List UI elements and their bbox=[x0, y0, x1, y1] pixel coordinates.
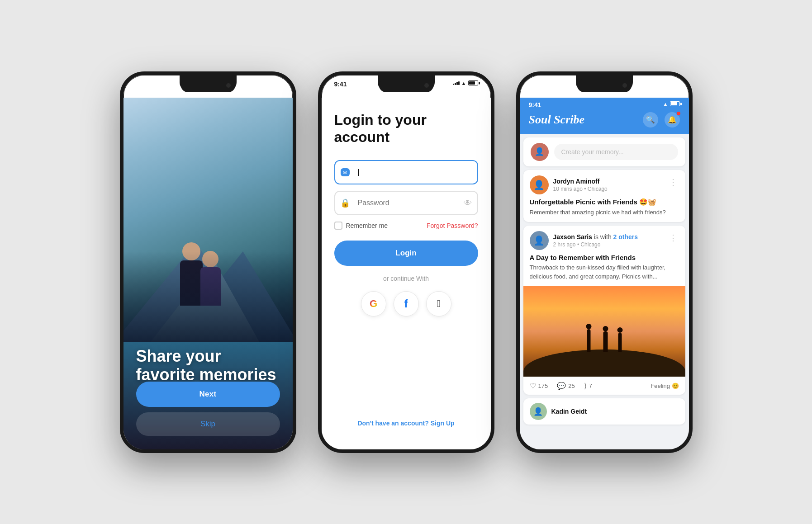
post-1-excerpt: Remember that amazing picnic we had with… bbox=[523, 208, 685, 222]
people-scene bbox=[123, 170, 293, 306]
post-3-avatar: 👤 bbox=[530, 403, 547, 420]
bell-icon: 🔔 bbox=[668, 115, 677, 124]
phone2-content: Login to your account ✉ 🔒 👁 Remember me … bbox=[322, 98, 491, 449]
mountain-left bbox=[123, 242, 259, 342]
status-icons: ▲ bbox=[255, 80, 280, 86]
headline: Share your favorite memories bbox=[136, 347, 280, 384]
status-bar-phone3: 9:41 ▲ bbox=[520, 98, 689, 109]
feeling-emoji: 😊 bbox=[672, 382, 679, 389]
camera-notch bbox=[577, 79, 632, 92]
signal-icon bbox=[255, 81, 261, 85]
email-field[interactable] bbox=[334, 160, 478, 184]
person-female-body bbox=[200, 267, 221, 306]
phone-onboarding: 9:41 ▲ bbox=[120, 71, 296, 453]
facebook-login-button[interactable]: f bbox=[394, 291, 419, 316]
next-button[interactable]: Next bbox=[136, 382, 280, 407]
battery-icon bbox=[468, 80, 478, 85]
status-icons: ▲ bbox=[661, 101, 680, 107]
post-2-menu[interactable]: ⋮ bbox=[667, 231, 679, 245]
share-count: 7 bbox=[589, 382, 592, 389]
app-title: Soul Scribe bbox=[529, 113, 585, 127]
feed-scroll[interactable]: 👤 Create your memory... 👤 Jordyn Aminoff… bbox=[520, 134, 689, 439]
eye-icon[interactable]: 👁 bbox=[464, 198, 472, 208]
post-2-title: A Day to Remember with Friends bbox=[523, 254, 685, 263]
notification-badge bbox=[676, 111, 681, 116]
comment-action[interactable]: 💬 25 bbox=[557, 382, 575, 390]
login-title: Login to your account bbox=[334, 111, 478, 146]
status-time: 9:41 bbox=[334, 80, 347, 88]
skip-button[interactable]: Skip bbox=[136, 412, 280, 436]
search-icon: 🔍 bbox=[646, 115, 655, 124]
camera-notch bbox=[181, 79, 235, 92]
phone3-content: 9:41 ▲ Soul Scribe 🔍 🔔 bbox=[520, 98, 689, 449]
password-input-wrapper[interactable]: 🔒 👁 bbox=[334, 191, 478, 215]
post-1-header: 👤 Jordyn Aminoff 10 mins ago • Chicago ⋮ bbox=[523, 170, 685, 198]
post-2-header: 👤 Jaxson Saris is with 2 others 2 hrs ag… bbox=[523, 226, 685, 254]
wifi-icon: ▲ bbox=[263, 80, 268, 86]
google-login-button[interactable]: G bbox=[361, 291, 386, 316]
feed-post-2: 👤 Jaxson Saris is with 2 others 2 hrs ag… bbox=[523, 226, 685, 395]
person-female-head bbox=[202, 251, 218, 267]
comment-count: 25 bbox=[568, 382, 575, 389]
person-male-head bbox=[182, 242, 200, 260]
apple-login-button[interactable]:  bbox=[426, 291, 451, 316]
mountain-right bbox=[171, 251, 293, 342]
share-action[interactable]: ⟩ 7 bbox=[584, 382, 592, 390]
post-1-user-info: Jordyn Aminoff 10 mins ago • Chicago bbox=[553, 178, 608, 192]
like-count: 175 bbox=[538, 382, 548, 389]
silhouette-person-1 bbox=[587, 329, 590, 352]
mountain-center bbox=[151, 260, 259, 342]
social-auth-buttons: G f  bbox=[334, 291, 478, 316]
feeling-label: Feeling 😊 bbox=[651, 382, 679, 389]
person-male-body bbox=[180, 260, 203, 306]
feed-post-1: 👤 Jordyn Aminoff 10 mins ago • Chicago ⋮ bbox=[523, 170, 685, 222]
password-field[interactable] bbox=[334, 191, 478, 215]
post-2-user: 👤 Jaxson Saris is with 2 others 2 hrs ag… bbox=[530, 231, 638, 250]
status-time: 9:41 bbox=[136, 80, 149, 88]
post-3-username: Kadin Geidt bbox=[551, 408, 587, 415]
post-2-username: Jaxson Saris is with 2 others bbox=[553, 233, 638, 241]
post-2-avatar: 👤 bbox=[530, 231, 549, 250]
signal-icon bbox=[453, 81, 460, 85]
email-icon-box: ✉ bbox=[341, 168, 350, 176]
create-memory-bar: 👤 Create your memory... bbox=[523, 137, 685, 166]
notifications-icon-button[interactable]: 🔔 bbox=[665, 112, 680, 127]
email-input-wrapper[interactable]: ✉ bbox=[334, 160, 478, 184]
create-memory-input[interactable]: Create your memory... bbox=[554, 144, 678, 160]
silhouette-person-2 bbox=[603, 331, 608, 352]
onboarding-actions: Next Skip bbox=[123, 382, 293, 436]
person-male bbox=[178, 242, 205, 306]
battery-icon bbox=[670, 101, 680, 106]
camera-notch bbox=[379, 79, 433, 92]
header-action-icons: 🔍 🔔 bbox=[643, 112, 680, 127]
search-icon-button[interactable]: 🔍 bbox=[643, 112, 658, 127]
post-2-user-info: Jaxson Saris is with 2 others 2 hrs ago … bbox=[553, 233, 638, 248]
camera-dot bbox=[622, 83, 627, 88]
google-icon: G bbox=[370, 298, 377, 310]
post-2-excerpt: Throwback to the sun-kissed day filled w… bbox=[523, 263, 685, 286]
post-1-user: 👤 Jordyn Aminoff 10 mins ago • Chicago bbox=[530, 175, 608, 194]
share-icon: ⟩ bbox=[584, 382, 587, 390]
signup-link-text[interactable]: Sign Up bbox=[431, 420, 455, 427]
wifi-icon: ▲ bbox=[461, 80, 466, 86]
post-2-meta: 2 hrs ago • Chicago bbox=[553, 241, 638, 248]
comment-icon: 💬 bbox=[557, 382, 566, 390]
lock-icon: 🔒 bbox=[341, 198, 350, 208]
wifi-icon: ▲ bbox=[663, 101, 668, 107]
like-action[interactable]: ♡ 175 bbox=[530, 382, 548, 390]
battery-icon bbox=[270, 80, 280, 85]
post-1-menu[interactable]: ⋮ bbox=[667, 175, 679, 189]
silhouette-person-3 bbox=[618, 333, 622, 352]
login-button[interactable]: Login bbox=[334, 241, 478, 266]
camera-dot bbox=[226, 83, 231, 88]
post-1-title: Unforgettable Picnic with Friends 🤩🧺 bbox=[523, 198, 685, 208]
remember-me-label[interactable]: Remember me bbox=[334, 222, 388, 230]
status-icons: ▲ bbox=[453, 80, 478, 86]
remember-checkbox[interactable] bbox=[334, 222, 342, 230]
phone-login: 9:41 ▲ Login to your account ✉ 🔒 � bbox=[318, 71, 494, 453]
phone1-content: Share your favorite memories Next Skip bbox=[123, 98, 293, 449]
forgot-password-link[interactable]: Forgot Password? bbox=[427, 222, 478, 229]
post-1-avatar: 👤 bbox=[530, 175, 549, 194]
phone-feed: 9:41 ▲ Soul Scribe 🔍 🔔 bbox=[516, 71, 693, 453]
facebook-icon: f bbox=[404, 297, 408, 310]
